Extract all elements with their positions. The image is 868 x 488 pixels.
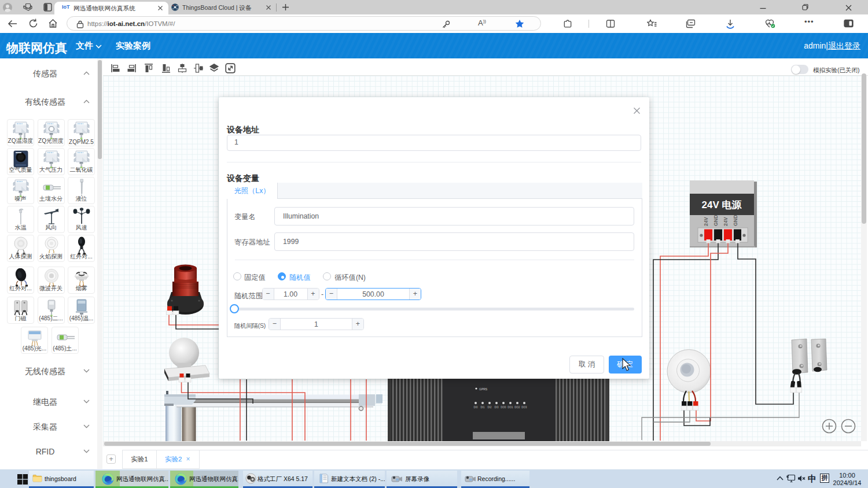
svg-text:GND: GND: [733, 215, 738, 226]
svg-text:GPRS: GPRS: [479, 387, 488, 391]
svg-text:DI1: DI1: [480, 406, 485, 409]
svg-text:24V: 24V: [723, 217, 729, 226]
svg-text:DO3: DO3: [521, 406, 527, 409]
svg-text:DO2: DO2: [514, 406, 520, 409]
svg-text:GND: GND: [713, 215, 719, 226]
svg-text:DO0: DO0: [501, 406, 506, 409]
svg-text:DO1: DO1: [507, 406, 513, 409]
svg-text:DI0: DI0: [473, 406, 478, 409]
svg-text:24V: 24V: [703, 217, 709, 226]
svg-text:24V 电源: 24V 电源: [702, 199, 742, 210]
svg-text:DI3: DI3: [494, 406, 499, 409]
svg-text:DI2: DI2: [487, 406, 492, 409]
